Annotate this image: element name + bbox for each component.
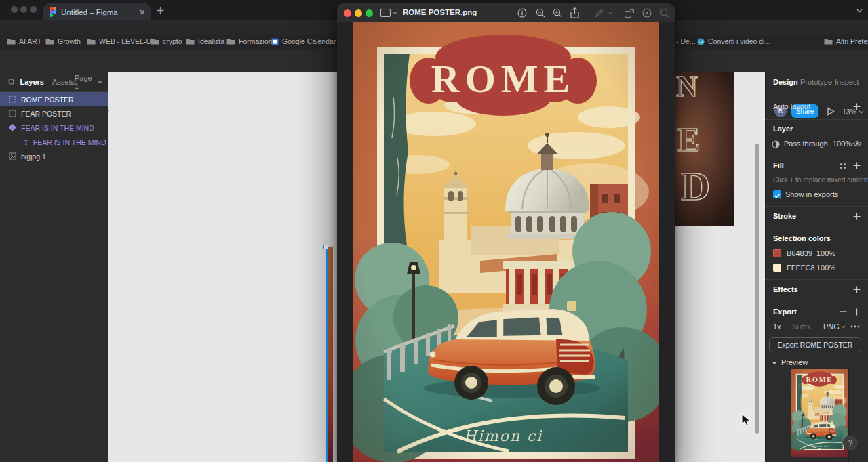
window-minimize-button[interactable] [20, 6, 27, 13]
effects-section-title: Effects [773, 285, 798, 293]
search-icon[interactable] [660, 8, 669, 18]
preview-content [337, 22, 675, 462]
minimize-window-button[interactable] [355, 9, 362, 17]
fear-poster-letter: E [677, 123, 700, 156]
stroke-add-icon[interactable] [853, 213, 861, 220]
tab-assets[interactable]: Assets [52, 78, 75, 86]
selection-outline [326, 247, 328, 462]
color-swatch[interactable] [773, 249, 781, 257]
fill-styles-icon[interactable] [840, 163, 846, 169]
bookmark-folder[interactable]: crypto [151, 37, 182, 45]
preview-section-title: Preview [781, 358, 808, 366]
export-remove-icon[interactable] [840, 311, 847, 312]
fear-poster-letter: D [681, 166, 710, 207]
screen: Untitled – Figma figma.com /file/ZOqa831… [0, 0, 868, 462]
effects-add-icon[interactable] [853, 286, 861, 293]
bookmark-folder[interactable]: Formazione [226, 37, 276, 45]
bookmark-google-calendar[interactable]: Google Calendar -... [271, 37, 347, 45]
blend-mode-icon[interactable] [772, 140, 780, 148]
bookmark-folder[interactable]: Growth [45, 37, 81, 45]
layer-row-bigjpg[interactable]: bigjpg 1 [0, 149, 108, 163]
window-zoom-button[interactable] [30, 6, 37, 13]
annotate-icon[interactable] [642, 8, 652, 18]
text-layer-icon: T [24, 138, 28, 146]
markup-pencil-icon[interactable] [595, 9, 604, 18]
bookmark-folder[interactable]: WEB - LEVEL-UP [87, 37, 156, 45]
show-in-exports-checkbox[interactable] [773, 190, 781, 198]
layer-row-rome-poster[interactable]: ROME POSTER [0, 92, 108, 106]
window-close-button[interactable] [11, 6, 18, 13]
fill-add-icon[interactable] [853, 162, 861, 169]
rome-poster-canvas-sliver[interactable] [328, 247, 333, 462]
poster-thumbnail-art [791, 369, 848, 457]
info-icon[interactable] [517, 8, 527, 18]
layer-row-fear-component[interactable]: FEAR IS IN THE MIND [0, 121, 108, 135]
search-icon[interactable] [8, 79, 14, 86]
export-format-select[interactable]: PNG [823, 322, 840, 331]
page-chevron-icon[interactable] [98, 81, 102, 84]
bookmark-folder[interactable]: AI ART [7, 37, 41, 45]
rome-poster-image [353, 22, 659, 462]
export-preview-thumbnail [791, 369, 848, 462]
blend-chevron-icon[interactable] [822, 142, 827, 146]
help-button[interactable]: ? [843, 436, 858, 450]
maximize-window-button[interactable] [366, 9, 373, 17]
frame-grid-icon [9, 96, 16, 103]
fill-section-title: Fill [773, 161, 784, 169]
auto-layout-add-icon[interactable] [853, 103, 861, 110]
fear-poster-letter: N [676, 72, 698, 102]
color-swatch[interactable] [773, 264, 781, 272]
fear-poster-canvas-object[interactable]: N E D [675, 72, 734, 226]
zoom-in-icon[interactable] [553, 8, 562, 18]
tab-inspect[interactable]: Inspect [835, 78, 859, 86]
bookmark-convertio[interactable]: Converti i video di... [697, 37, 770, 45]
tab-title: Untitled – Figma [61, 8, 135, 16]
tab-close-icon[interactable] [140, 9, 145, 15]
color-hex[interactable]: FFEFC8 [787, 264, 815, 272]
bookmark-altri-preferiti[interactable]: Altri Preferiti [824, 37, 868, 45]
folder-icon [226, 38, 235, 45]
layer-row-fear-poster[interactable]: FEAR POSTER [0, 106, 108, 121]
tab-search-chevron-icon[interactable] [856, 9, 863, 13]
bookmark-folder[interactable]: Idealista [186, 37, 224, 45]
color-opacity[interactable]: 100% [816, 264, 835, 272]
bookmark-item[interactable]: - De... [676, 37, 696, 45]
export-button[interactable]: Export ROME POSTER [769, 337, 861, 352]
selection-handle[interactable] [323, 245, 328, 249]
color-hex[interactable]: B64839 [787, 249, 812, 257]
preview-window[interactable]: ROME POSTER.png [337, 3, 675, 462]
page-selector[interactable]: Page 1 [75, 74, 95, 90]
export-options-icon[interactable] [850, 325, 860, 328]
folder-icon [186, 38, 195, 45]
sidebar-toggle-icon[interactable] [380, 9, 391, 17]
visibility-eye-icon[interactable] [852, 140, 862, 147]
zoom-chevron-icon[interactable] [859, 110, 864, 114]
folder-icon [151, 38, 159, 45]
tab-design[interactable]: Design [773, 78, 798, 86]
export-suffix-field[interactable]: Suffix [792, 322, 810, 331]
check-icon [773, 192, 781, 200]
markup-chevron-icon[interactable] [608, 12, 613, 15]
zoom-out-icon[interactable] [536, 8, 545, 18]
preview-titlebar[interactable]: ROME POSTER.png [337, 3, 675, 22]
color-opacity[interactable]: 100% [816, 249, 835, 257]
export-scale[interactable]: 1x [773, 322, 781, 331]
export-format-chevron-icon[interactable] [841, 325, 846, 329]
close-window-button[interactable] [344, 9, 351, 17]
export-add-icon[interactable] [853, 308, 861, 316]
sidebar-chevron-icon[interactable] [393, 12, 397, 15]
share-icon[interactable] [570, 7, 579, 18]
fill-hint: Click + to replace mixed content. [773, 176, 868, 184]
tab-layers[interactable]: Layers [20, 78, 43, 86]
browser-tab[interactable]: Untitled – Figma [43, 3, 151, 20]
tab-prototype[interactable]: Prototype [800, 78, 832, 86]
layer-opacity-value[interactable]: 100% [833, 140, 852, 148]
rotate-icon[interactable] [625, 8, 634, 18]
new-tab-button[interactable] [157, 7, 164, 14]
canvas-scrollbar[interactable] [755, 144, 759, 434]
preview-window-title: ROME POSTER.png [403, 8, 477, 16]
present-play-icon[interactable] [827, 107, 835, 116]
preview-collapse-icon[interactable] [772, 361, 777, 365]
google-calendar-icon [271, 38, 279, 45]
layer-row-fear-text[interactable]: T FEAR IS IN THE MIND [0, 135, 108, 149]
